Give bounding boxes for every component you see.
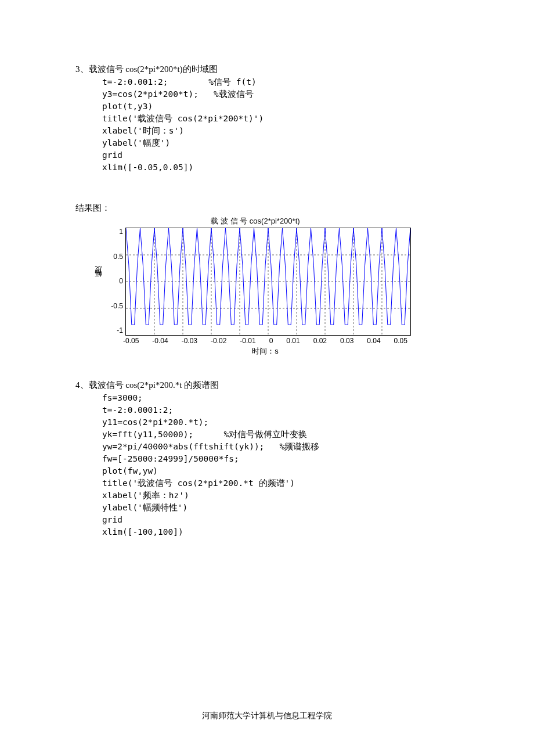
page-footer: 河南师范大学计算机与信息工程学院 xyxy=(0,711,534,721)
ytick: -0.5 xyxy=(103,302,123,310)
ytick: 1 xyxy=(103,228,123,236)
document-page: 3、载波信号 cos(2*pi*200*t)的时域图 t=-2:0.001:2;… xyxy=(0,0,534,756)
chart-svg xyxy=(126,228,410,335)
section-4-title: 4、载波信号 cos(2*pi*200.*t 的频谱图 xyxy=(75,380,459,391)
xtick: 0.04 xyxy=(367,337,380,345)
section-3-code: t=-2:0.001:2; %信号 f(t) y3=cos(2*pi*200*t… xyxy=(102,76,459,174)
chart-yticks: 1 0.5 0 -0.5 -1 xyxy=(103,228,125,334)
ytick: -1 xyxy=(103,326,123,334)
xtick: 0 xyxy=(269,337,273,345)
xtick: -0.05 xyxy=(123,337,139,345)
xtick: 0.05 xyxy=(394,337,407,345)
chart-xlabel: 时间：s xyxy=(123,346,407,357)
chart-body: 幅 度 1 0.5 0 -0.5 -1 xyxy=(93,228,418,336)
xtick: -0.04 xyxy=(152,337,168,345)
xtick: -0.01 xyxy=(240,337,255,345)
section-3-title: 3、载波信号 cos(2*pi*200*t)的时域图 xyxy=(75,64,459,75)
xtick: 0.02 xyxy=(313,337,327,345)
section-4-code: fs=3000; t=-2:0.0001:2; y11=cos(2*pi*200… xyxy=(102,392,459,538)
ytick: 0.5 xyxy=(103,253,123,261)
xtick: 0.03 xyxy=(340,337,353,345)
chart-plot-area xyxy=(125,228,411,336)
xtick: 0.01 xyxy=(286,337,300,345)
chart-title: 载 波 信 号 cos(2*pi*200*t) xyxy=(93,216,418,226)
ytick: 0 xyxy=(103,277,123,285)
chart-ylabel: 幅 度 xyxy=(93,228,103,336)
xtick: -0.03 xyxy=(182,337,197,345)
chart-grid xyxy=(126,228,410,335)
chart-container: 载 波 信 号 cos(2*pi*200*t) 幅 度 1 0.5 0 -0.5… xyxy=(93,216,418,357)
chart-xticks: -0.05 -0.04 -0.03 -0.02 -0.01 0 0.01 0.0… xyxy=(123,337,407,345)
result-label: 结果图： xyxy=(75,203,459,214)
xtick: -0.02 xyxy=(211,337,226,345)
